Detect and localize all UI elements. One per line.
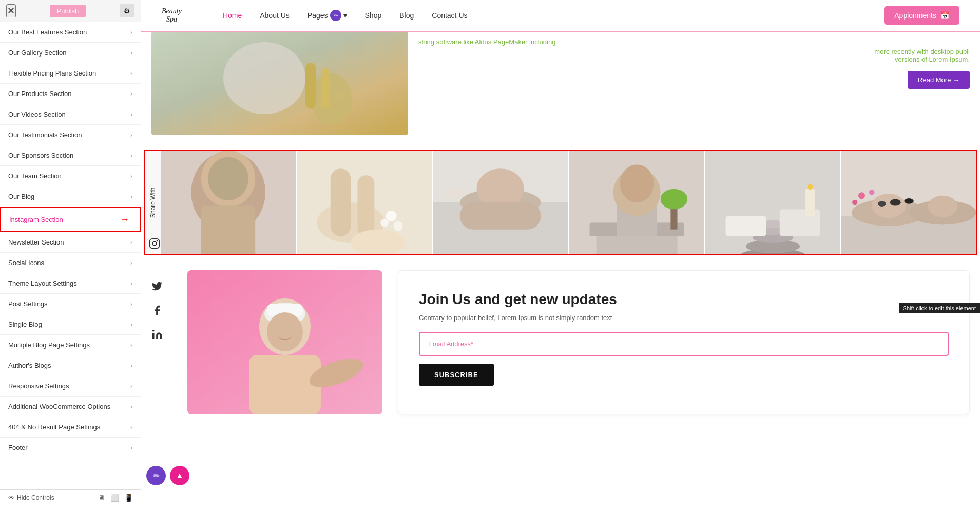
- email-input[interactable]: [419, 332, 949, 356]
- lady-image-box: [187, 270, 382, 414]
- nav-contact[interactable]: Contact Us: [432, 11, 467, 20]
- sidebar-item-sponsors[interactable]: Our Sponsors Section›: [0, 145, 141, 166]
- chevron-right-icon: ›: [130, 321, 132, 328]
- chevron-right-icon: ›: [130, 193, 132, 200]
- chevron-right-icon: ›: [130, 444, 132, 452]
- sidebar-item-label: Our Best Features Section: [8, 28, 87, 36]
- sidebar-item-404[interactable]: 404 & No Result Page Settings›: [0, 417, 141, 438]
- svg-point-57: [157, 240, 158, 242]
- gear-button[interactable]: ⚙: [120, 4, 134, 17]
- sidebar-item-pricing[interactable]: Flexible Pricing Plans Section›: [0, 63, 141, 84]
- sidebar-item-team[interactable]: Our Team Section›: [0, 166, 141, 186]
- chevron-right-icon: ›: [130, 90, 132, 98]
- sidebar-item-social-icons[interactable]: Social Icons›: [0, 253, 141, 273]
- appointments-button[interactable]: Appionments 📅: [884, 6, 959, 25]
- social-icons-column: [151, 270, 172, 414]
- sidebar-item-newsletter[interactable]: Newsletter Section›: [0, 232, 141, 253]
- instagram-icon: [149, 238, 160, 251]
- subscribe-button[interactable]: SUBSCRIBE: [419, 364, 494, 386]
- chevron-right-icon: ›: [130, 342, 132, 349]
- hero-text-box: shing software like Aldus PageMaker incl…: [418, 32, 970, 135]
- sidebar-item-products[interactable]: Our Products Section›: [0, 84, 141, 104]
- sidebar-item-label: Responsive Settings: [8, 382, 69, 390]
- nav-shop[interactable]: Shop: [365, 11, 382, 20]
- shift-click-tooltip: Shift-click to edit this element: [899, 303, 980, 313]
- instagram-image-5[interactable]: [705, 151, 840, 254]
- linkedin-link[interactable]: [151, 329, 172, 343]
- tablet-icon[interactable]: ⬜: [110, 494, 119, 502]
- fab-up-button[interactable]: ▲: [170, 466, 189, 485]
- facebook-link[interactable]: [151, 305, 172, 318]
- chevron-right-icon: ›: [130, 239, 132, 246]
- sidebar-item-testimonials[interactable]: Our Testimonials Section›: [0, 125, 141, 145]
- sidebar-item-label: 404 & No Result Page Settings: [8, 423, 100, 431]
- sidebar-item-label: Our Blog: [8, 193, 34, 200]
- instagram-image-1[interactable]: [161, 151, 296, 254]
- svg-point-56: [152, 241, 156, 245]
- chevron-right-icon: ›: [130, 424, 132, 431]
- chevron-right-icon: ›: [130, 301, 132, 308]
- sidebar-item-best-features[interactable]: Our Best Features Section›: [0, 22, 141, 43]
- hero-text-2: more recently with desktop publi version…: [418, 48, 970, 63]
- chevron-right-icon: ›: [130, 259, 132, 267]
- publish-button[interactable]: Publish: [50, 5, 86, 17]
- nav-links: Home About Us Pages ✏ ▾ Shop Blog Contac…: [223, 10, 884, 21]
- mobile-icon[interactable]: 📱: [124, 494, 133, 502]
- sidebar-item-label: Our Products Section: [8, 90, 72, 98]
- svg-rect-41: [805, 189, 814, 216]
- svg-point-51: [878, 201, 886, 207]
- sidebar-item-label: Footer: [8, 444, 28, 452]
- sidebar-item-footer[interactable]: Footer›: [0, 438, 141, 458]
- sidebar-item-post-settings[interactable]: Post Settings›: [0, 294, 141, 314]
- svg-rect-4: [321, 68, 330, 109]
- chevron-right-icon: ›: [130, 111, 132, 118]
- sidebar-item-blog[interactable]: Our Blog›: [0, 186, 141, 207]
- nav-about[interactable]: About Us: [260, 11, 290, 20]
- sidebar-item-single-blog[interactable]: Single Blog›: [0, 314, 141, 335]
- hide-controls-button[interactable]: 👁 Hide Controls: [8, 494, 54, 501]
- read-more-button[interactable]: Read More →: [908, 71, 970, 89]
- sidebar-header: ✕ Publish ⚙: [0, 0, 141, 22]
- desktop-icon[interactable]: 🖥: [98, 494, 105, 502]
- svg-rect-55: [150, 239, 159, 248]
- chevron-right-icon: ›: [130, 152, 132, 159]
- active-arrow-icon: →: [120, 214, 131, 225]
- nav-blog[interactable]: Blog: [399, 11, 414, 20]
- sidebar-item-authors-blogs[interactable]: Author's Blogs›: [0, 355, 141, 376]
- newsletter-description: Contrary to popular belief, Lorem Ipsum …: [419, 314, 949, 322]
- lower-section: Join Us and get new updates Contrary to …: [141, 260, 980, 424]
- sidebar-item-woocommerce[interactable]: Additional WooCommerce Options›: [0, 397, 141, 417]
- fab-edit-button[interactable]: ✏: [146, 466, 166, 485]
- sidebar-item-theme-layout[interactable]: Theme Layout Settings›: [0, 273, 141, 294]
- sidebar-item-multiple-blog[interactable]: Multiple Blog Page Settings›: [0, 335, 141, 355]
- svg-point-17: [393, 221, 402, 231]
- chevron-right-icon: ›: [130, 70, 132, 77]
- svg-point-1: [223, 42, 305, 114]
- nav-pages[interactable]: Pages ✏ ▾: [308, 10, 347, 21]
- sidebar-item-gallery[interactable]: Our Gallery Section›: [0, 43, 141, 63]
- instagram-grid: Share With: [145, 151, 976, 254]
- sidebar-item-label: Instagram Section: [9, 216, 63, 223]
- svg-rect-13: [358, 175, 375, 236]
- sidebar-item-responsive[interactable]: Responsive Settings›: [0, 376, 141, 397]
- instagram-image-3[interactable]: [433, 151, 568, 254]
- instagram-image-2[interactable]: [297, 151, 432, 254]
- svg-rect-12: [331, 168, 351, 236]
- svg-rect-22: [460, 202, 541, 230]
- sidebar-item-videos[interactable]: Our Videos Section›: [0, 104, 141, 125]
- twitter-link[interactable]: [151, 280, 172, 294]
- sidebar-item-label: Our Gallery Section: [8, 49, 66, 57]
- sidebar-item-label: Our Videos Section: [8, 110, 66, 118]
- chevron-right-icon: ›: [130, 383, 132, 390]
- svg-rect-64: [249, 355, 321, 414]
- svg-point-54: [852, 200, 858, 205]
- sidebar-item-label: Social Icons: [8, 259, 44, 267]
- sidebar-item-label: Theme Layout Settings: [8, 279, 77, 287]
- instagram-image-6[interactable]: [841, 151, 976, 254]
- sidebar-close-button[interactable]: ✕: [6, 4, 16, 17]
- nav-home[interactable]: Home: [223, 11, 242, 20]
- sidebar-item-instagram[interactable]: Instagram Section→: [0, 207, 141, 232]
- hide-controls-label: Hide Controls: [17, 494, 54, 501]
- logo-line1: Beauty: [162, 7, 182, 15]
- instagram-image-4[interactable]: [569, 151, 704, 254]
